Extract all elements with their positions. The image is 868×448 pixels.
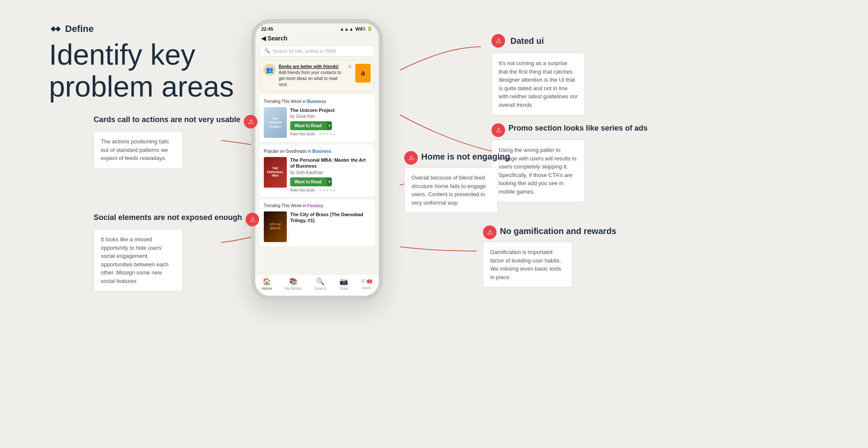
phone-container: 22:45 ▲▲▲ WiFi 🔋 ◀ Search 🔍 Search by ti… xyxy=(251,19,383,428)
status-time: 22:45 xyxy=(261,26,273,31)
bottom-nav: 🏠 Home 📚 My Books 🔍 Search 📷 Scan ≡ 3 xyxy=(255,274,379,296)
nav-more-label: More xyxy=(362,286,371,290)
define-text: Define xyxy=(65,23,94,34)
promo-icon: 👥 xyxy=(263,64,275,76)
nav-search-label: Search xyxy=(314,286,327,291)
promo-body: Add friends from your contacts to get mo… xyxy=(279,70,344,88)
section-label-3: Trending This Week in Fantasy xyxy=(264,203,370,208)
book-title-2: The Personal MBA: Master the Art of Busi… xyxy=(290,157,370,169)
want-to-read-button-1[interactable]: Want to Read ▾ xyxy=(290,121,332,130)
want-to-read-button-2[interactable]: Want to Read ▾ xyxy=(290,177,332,186)
cards-cta-body: The actions positioning falls out of sta… xyxy=(101,137,176,163)
promo-title: Books are better with friends! xyxy=(279,64,344,70)
phone-frame: 22:45 ▲▲▲ WiFi 🔋 ◀ Search 🔍 Search by ti… xyxy=(251,19,383,300)
popular-business-section: Popular on Goodreads in Business THE PER… xyxy=(260,145,374,197)
nav-my-books[interactable]: 📚 My Books xyxy=(285,277,302,291)
home-icon: 🏠 xyxy=(263,277,271,285)
section-label-1: Trending This Week in Business xyxy=(264,99,370,104)
gamification-warn-icon xyxy=(483,225,497,239)
gamification-title: No gamification and rewards xyxy=(500,225,616,237)
cards-cta-annotation-group: Cards call to actions are not very usabl… xyxy=(94,115,257,131)
signal-icon: ▲▲▲ xyxy=(340,26,354,31)
book-card-1: The Unicorn Project The Unicorn Project … xyxy=(264,107,370,138)
dated-ui-title-inline: Dated ui xyxy=(510,36,544,46)
nav-home[interactable]: 🏠 Home xyxy=(262,277,272,291)
cards-cta-title: Cards call to actions are not very usabl… xyxy=(94,115,240,125)
book-info-2: The Personal MBA: Master the Art of Busi… xyxy=(290,157,370,192)
more-icon: ≡ 3 xyxy=(361,277,372,285)
page-header: Define Identify key problem areas xyxy=(49,23,234,103)
nav-scan-label: Scan xyxy=(340,286,348,291)
book-cover-mba: THE PERSONAL MBA xyxy=(264,157,287,188)
dated-ui-annotation-group: Dated ui It's not coming as a surprise t… xyxy=(491,34,544,50)
search-bar[interactable]: 🔍 Search by title, author or ISBN xyxy=(260,45,374,57)
book-author-2: by Josh Kaufman xyxy=(290,170,370,175)
promo-ads-body: Using the wrong patter to engage with us… xyxy=(499,146,578,196)
star-rating-1: Rate this book: ★★★★★ xyxy=(290,132,370,136)
nav-search[interactable]: 🔍 Search xyxy=(314,277,327,291)
trending-fantasy-section: Trending This Week in Fantasy CITY OF BR… xyxy=(260,199,374,246)
books-icon: 📚 xyxy=(289,277,297,285)
book-info-1: The Unicorn Project by Gene Kim Want to … xyxy=(290,107,370,136)
wifi-icon: WiFi xyxy=(355,26,365,31)
gamification-annotation-group: No gamification and rewards Gamification… xyxy=(483,225,616,242)
dropdown-arrow-2[interactable]: ▾ xyxy=(327,178,332,186)
status-bar: 22:45 ▲▲▲ WiFi 🔋 xyxy=(255,23,379,33)
promo-close-button[interactable]: ✕ xyxy=(348,64,352,70)
home-engaging-warn-icon xyxy=(404,151,418,165)
gamification-box: Gamification is importatnt factor of bui… xyxy=(483,242,572,288)
star-rating-2: Rate this book: ★★★★★ xyxy=(290,188,370,192)
search-placeholder: Search by title, author or ISBN xyxy=(273,49,336,54)
section-label-2: Popular on Goodreads in Business xyxy=(264,149,370,154)
book-info-3: The City of Brass (The Daevabad Trilogy,… xyxy=(290,211,370,225)
book-cover-unicorn: The Unicorn Project xyxy=(264,107,287,138)
define-icon xyxy=(49,25,62,33)
dated-ui-body: It's not coming as a surprise that the f… xyxy=(499,59,578,109)
gamification-body: Gamification is importatnt factor of bui… xyxy=(490,248,565,281)
status-right: ▲▲▲ WiFi 🔋 xyxy=(340,26,373,31)
home-engaging-box: Overall becouse of blend feed strcuture … xyxy=(404,167,498,213)
promo-ads-annotation-group: Promo section looks like series of ads U… xyxy=(491,123,648,140)
search-nav-icon: 🔍 xyxy=(316,277,325,285)
back-button[interactable]: ◀ Search xyxy=(261,35,288,42)
home-engaging-body: Overall becouse of blend feed strcuture … xyxy=(411,174,491,207)
book-card-2: THE PERSONAL MBA The Personal MBA: Maste… xyxy=(264,157,370,192)
nav-home-label: Home xyxy=(262,286,272,291)
social-elements-box: It looks like a missed opportunity to hi… xyxy=(94,229,183,291)
promo-ads-warn-icon xyxy=(491,123,505,137)
book-card-3: CITY OF BRASS The City of Brass (The Dae… xyxy=(264,211,370,242)
nav-scan[interactable]: 📷 Scan xyxy=(340,277,348,291)
social-elements-annotation-group: Social elements are not exposed enough I… xyxy=(94,213,259,229)
trending-business-section: Trending This Week in Business The Unico… xyxy=(260,95,374,142)
promo-banner: 👥 Books are better with friends! Add fri… xyxy=(260,60,374,91)
promo-ads-title: Promo section looks like series of ads xyxy=(508,123,648,133)
nav-mybooks-label: My Books xyxy=(285,286,302,291)
define-label: Define xyxy=(49,23,234,34)
book-title-3: The City of Brass (The Daevabad Trilogy,… xyxy=(290,211,370,224)
promo-text: Books are better with friends! Add frien… xyxy=(279,64,344,88)
amazon-badge: a xyxy=(355,64,371,83)
dated-ui-warn-icon xyxy=(491,34,505,48)
more-badge: 3 xyxy=(367,280,372,283)
dropdown-arrow-1[interactable]: ▾ xyxy=(327,122,332,130)
battery-icon: 🔋 xyxy=(367,26,373,31)
search-icon: 🔍 xyxy=(264,48,270,54)
book-author-1: by Gene Kim xyxy=(290,114,370,119)
cards-cta-box: The actions positioning falls out of sta… xyxy=(94,131,183,169)
scan-icon: 📷 xyxy=(340,277,348,285)
phone-screen: 22:45 ▲▲▲ WiFi 🔋 ◀ Search 🔍 Search by ti… xyxy=(255,23,379,296)
nav-more[interactable]: ≡ 3 More xyxy=(361,277,372,291)
page-title: Identify key problem areas xyxy=(49,39,234,103)
book-cover-brass: CITY OF BRASS xyxy=(264,211,287,242)
promo-ads-box: Using the wrong patter to engage with us… xyxy=(491,140,585,202)
home-engaging-title: Home is not engaging xyxy=(421,151,510,162)
social-elements-warn-icon xyxy=(246,213,259,226)
social-elements-body: It looks like a missed opportunity to hi… xyxy=(101,235,176,285)
home-engaging-annotation-group: Home is not engaging Overall becouse of … xyxy=(404,151,510,167)
social-elements-title: Social elements are not exposed enough xyxy=(94,213,242,223)
cards-cta-warn-icon xyxy=(244,115,257,128)
dated-ui-box: It's not coming as a surprise that the f… xyxy=(491,53,585,115)
app-header: ◀ Search xyxy=(255,33,379,45)
book-title-1: The Unicorn Project xyxy=(290,107,370,113)
